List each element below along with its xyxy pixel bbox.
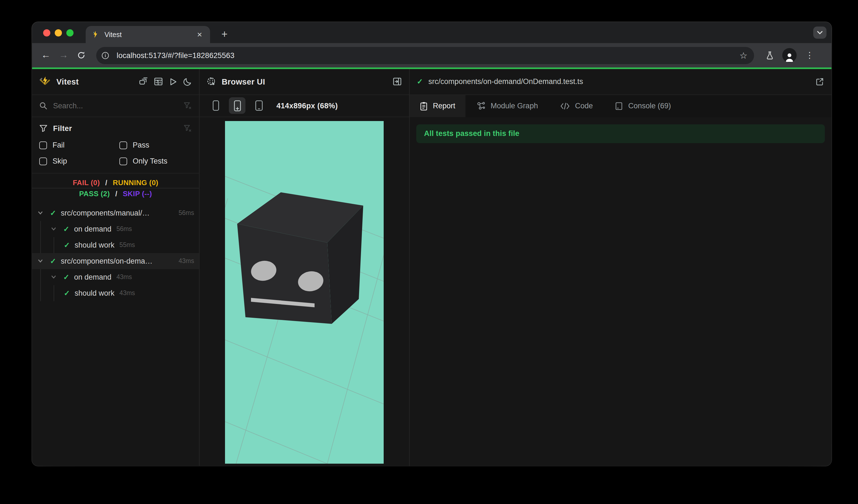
pass-check-icon: ✓ <box>49 209 58 217</box>
pass-check-icon: ✓ <box>62 273 71 281</box>
indent-guide <box>41 269 41 285</box>
chevron-down-icon[interactable] <box>36 258 44 264</box>
tree-row-test[interactable]: ✓ should work 55ms <box>32 237 199 253</box>
minimize-window-button[interactable] <box>55 29 62 36</box>
tested-app-viewport[interactable] <box>225 121 384 464</box>
sidebar-header: Vitest <box>32 69 199 95</box>
report-content: All tests passed in this file <box>410 117 831 466</box>
test-file-path: src/components/on-demand/OnDemand.test.t… <box>428 77 583 86</box>
search-row <box>32 95 199 117</box>
chevron-down-icon[interactable] <box>50 226 58 231</box>
banner-text: All tests passed in this file <box>424 129 519 137</box>
profile-avatar[interactable] <box>782 48 797 63</box>
checkbox-pass[interactable] <box>120 141 127 149</box>
run-all-icon[interactable] <box>169 77 177 86</box>
test-tree: ✓ src/components/manual/… 56ms ✓ on dema… <box>32 203 199 466</box>
clear-filter-icon[interactable] <box>184 101 192 110</box>
browser-menu-icon[interactable]: ⋮ <box>804 50 815 60</box>
tab-label: Module Graph <box>491 102 538 110</box>
filter-option-skip[interactable]: Skip <box>39 155 120 167</box>
url-text[interactable]: localhost:5173/#/?file=1828625563 <box>117 51 736 60</box>
checkbox-skip[interactable] <box>39 157 47 165</box>
test-duration: 56ms <box>178 209 194 216</box>
collapse-panels-icon[interactable] <box>139 77 148 86</box>
tree-row-file-on-demand[interactable]: ✓ src/components/on-dema… 43ms <box>32 253 199 269</box>
app-title: Vitest <box>57 77 79 86</box>
file-pass-check-icon: ✓ <box>417 77 423 86</box>
tab-label: Code <box>575 102 593 110</box>
browser-tab[interactable]: Vitest ✕ <box>86 26 210 43</box>
summary-line-2: PASS (2) / SKIP (--) <box>32 189 199 198</box>
tab-module-graph[interactable]: Module Graph <box>465 95 549 117</box>
toolbar-actions: ⋮ <box>765 48 815 63</box>
dock-panel-icon[interactable] <box>393 77 402 86</box>
tree-row-test[interactable]: ✓ should work 43ms <box>32 285 199 301</box>
tab-title: Vitest <box>105 31 190 38</box>
test-duration: 43ms <box>120 290 135 296</box>
viewport-size-label: 414x896px (68%) <box>276 101 338 110</box>
checkbox-only-tests[interactable] <box>120 157 127 165</box>
browser-preview-panel: Browser UI 414x896px <box>200 69 410 466</box>
forward-button[interactable]: → <box>57 48 71 63</box>
test-duration: 56ms <box>116 226 132 232</box>
new-tab-button[interactable]: + <box>217 27 232 42</box>
address-bar[interactable]: localhost:5173/#/?file=1828625563 ☆ <box>96 47 754 64</box>
reload-button[interactable] <box>74 48 89 63</box>
tab-console[interactable]: Console (69) <box>604 95 682 117</box>
tab-search-button[interactable] <box>813 27 826 39</box>
chevron-down-icon[interactable] <box>36 210 44 215</box>
results-tabs: Report Module Graph Code <box>410 95 831 117</box>
indent-guide <box>54 285 54 301</box>
cube-robot <box>237 192 363 324</box>
filter-label: Fail <box>52 141 65 149</box>
device-phone-plus-button[interactable] <box>229 97 245 114</box>
open-external-icon[interactable] <box>815 77 824 86</box>
report-clipboard-icon <box>419 101 428 110</box>
close-window-button[interactable] <box>43 29 50 36</box>
tab-close-icon[interactable]: ✕ <box>195 30 205 39</box>
tree-row-suite[interactable]: ✓ on demand 56ms <box>32 221 199 237</box>
all-tests-passed-banner: All tests passed in this file <box>416 124 825 143</box>
test-case-label: should work <box>75 241 114 249</box>
code-icon <box>560 102 570 110</box>
site-info-icon[interactable] <box>99 49 112 62</box>
indent-guide <box>41 285 41 301</box>
filter-option-pass[interactable]: Pass <box>120 139 192 151</box>
filter-title: Filter <box>53 124 72 133</box>
bookmark-star-icon[interactable]: ☆ <box>736 50 751 61</box>
filter-clear-icon[interactable] <box>184 124 192 133</box>
filter-header: Filter <box>39 122 192 135</box>
maximize-window-button[interactable] <box>66 29 74 36</box>
filter-funnel-icon <box>39 124 48 133</box>
test-summary: FAIL (0) / RUNNING (0) PASS (2) / SKIP (… <box>32 173 199 203</box>
device-phone-small-button[interactable] <box>207 97 224 114</box>
filter-panel: Filter Fail Pass <box>32 117 199 173</box>
tab-report[interactable]: Report <box>410 95 465 117</box>
filter-label: Skip <box>52 157 67 165</box>
window-controls <box>43 29 74 36</box>
back-button[interactable]: ← <box>39 48 53 63</box>
results-header: ✓ src/components/on-demand/OnDemand.test… <box>410 69 831 95</box>
chevron-down-icon[interactable] <box>50 274 58 280</box>
filter-option-fail[interactable]: Fail <box>39 139 120 151</box>
browser-window: Vitest ✕ + ← → localhost:5173/#/?file=18… <box>32 22 831 466</box>
search-icon <box>39 101 48 110</box>
filter-options: Fail Pass Skip Only Tests <box>39 139 192 167</box>
test-duration: 43ms <box>178 258 194 264</box>
tree-row-suite[interactable]: ✓ on demand 43ms <box>32 269 199 285</box>
tab-code[interactable]: Code <box>549 95 604 117</box>
experiments-flask-icon[interactable] <box>765 51 775 60</box>
filter-label: Pass <box>133 141 149 149</box>
vitest-logo <box>39 76 51 87</box>
filter-option-only-tests[interactable]: Only Tests <box>120 155 192 167</box>
dark-mode-moon-icon[interactable] <box>183 77 192 86</box>
vitest-favicon <box>91 30 99 39</box>
indent-guide <box>41 237 41 253</box>
search-input[interactable] <box>53 101 178 110</box>
test-case-label: should work <box>75 289 114 297</box>
tree-row-file-manual[interactable]: ✓ src/components/manual/… 56ms <box>32 205 199 221</box>
dashboard-view-icon[interactable] <box>154 77 163 86</box>
test-duration: 43ms <box>116 274 132 280</box>
checkbox-fail[interactable] <box>39 141 47 149</box>
device-tablet-button[interactable] <box>251 97 267 114</box>
